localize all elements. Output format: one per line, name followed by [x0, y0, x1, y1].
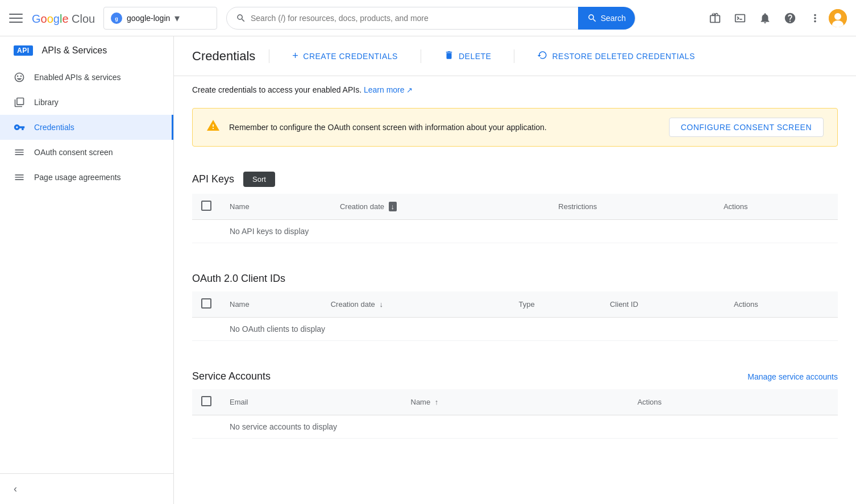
- project-chevron-icon: ▾: [174, 12, 180, 24]
- delete-button[interactable]: DELETE: [435, 45, 500, 66]
- search-button-label: Search: [601, 14, 626, 23]
- api-keys-select-all-checkbox[interactable]: [201, 201, 211, 211]
- topbar: Google Cloud g google-login ▾ Search: [0, 0, 856, 36]
- credentials-icon: [14, 122, 25, 133]
- warning-icon: [206, 119, 220, 136]
- sidebar-footer: ‹: [0, 473, 173, 504]
- sidebar-item-page-usage[interactable]: Page usage agreements: [0, 165, 173, 190]
- svg-text:Google Cloud: Google Cloud: [32, 13, 94, 25]
- create-icon: +: [292, 50, 298, 62]
- project-selector[interactable]: g google-login ▾: [103, 7, 217, 30]
- help-icon-button[interactable]: [779, 7, 801, 30]
- api-keys-col-name[interactable]: Name: [221, 194, 331, 220]
- oauth-creation-date-sort-icon: ↓: [379, 300, 383, 309]
- header-divider-1: [269, 49, 269, 63]
- oauth-clients-title: OAuth 2.0 Client IDs: [192, 273, 285, 285]
- sidebar-item-credentials[interactable]: Credentials: [0, 115, 173, 140]
- sidebar-title: APIs & Services: [42, 45, 107, 56]
- service-accounts-section: Service Accounts Manage service accounts…: [174, 359, 856, 457]
- oauth-col-actions: Actions: [725, 291, 838, 318]
- sidebar-item-enabled-apis[interactable]: Enabled APIs & services: [0, 65, 173, 90]
- api-keys-sort-button[interactable]: Sort: [243, 172, 275, 187]
- sidebar-header: API APIs & Services: [0, 36, 173, 65]
- sa-col-name[interactable]: Name ↑: [402, 389, 629, 415]
- restore-icon: [537, 50, 547, 62]
- service-accounts-table: Email Name ↑ Actions No serv: [192, 389, 838, 439]
- header-divider-3: [514, 49, 514, 63]
- manage-service-accounts-link[interactable]: Manage service accounts: [747, 372, 838, 381]
- avatar[interactable]: [829, 9, 847, 27]
- sa-select-all-checkbox[interactable]: [201, 396, 211, 406]
- svg-text:g: g: [115, 16, 118, 22]
- oauth-col-checkbox: [192, 291, 221, 318]
- sa-name-sort-icon: ↑: [435, 398, 439, 406]
- api-keys-empty-message: No API keys to display: [221, 220, 838, 243]
- hamburger-menu[interactable]: [9, 11, 23, 25]
- sidebar-label-library: Library: [34, 98, 59, 107]
- google-cloud-logo[interactable]: Google Cloud: [32, 10, 94, 26]
- oauth-empty-row: No OAuth clients to display: [192, 318, 838, 341]
- alert-banner: Remember to configure the OAuth consent …: [192, 108, 838, 147]
- api-keys-empty-row: No API keys to display: [192, 220, 838, 243]
- oauth-clients-section: OAuth 2.0 Client IDs Name Creation date …: [174, 261, 856, 359]
- info-text: Create credentials to access your enable…: [192, 81, 361, 103]
- more-options-button[interactable]: [804, 7, 826, 30]
- sidebar-item-oauth[interactable]: OAuth consent screen: [0, 140, 173, 165]
- content-area: Credentials + CREATE CREDENTIALS DELETE …: [174, 36, 856, 504]
- delete-label: DELETE: [459, 52, 491, 61]
- collapse-sidebar-button[interactable]: ‹: [14, 483, 160, 495]
- oauth-clients-table: Name Creation date ↓ Type Client ID: [192, 291, 838, 341]
- sidebar: API APIs & Services Enabled APIs & servi…: [0, 36, 174, 504]
- project-name: google-login: [127, 14, 170, 23]
- sa-col-email[interactable]: Email: [221, 389, 402, 415]
- create-credentials-button[interactable]: + CREATE CREDENTIALS: [283, 45, 407, 66]
- sidebar-label-oauth: OAuth consent screen: [34, 148, 113, 157]
- configure-consent-screen-button[interactable]: CONFIGURE CONSENT SCREEN: [669, 118, 824, 137]
- page-usage-icon: [14, 172, 25, 183]
- api-keys-col-checkbox: [192, 194, 221, 220]
- oauth-empty-message: No OAuth clients to display: [221, 318, 838, 341]
- oauth-clients-header: OAuth 2.0 Client IDs: [192, 261, 838, 291]
- search-input[interactable]: [251, 14, 574, 23]
- sa-empty-message: No service accounts to display: [221, 415, 838, 439]
- header-divider-2: [421, 49, 421, 63]
- search-icon: [236, 13, 246, 23]
- sidebar-label-credentials: Credentials: [34, 123, 74, 132]
- sidebar-item-library[interactable]: Library: [0, 90, 173, 115]
- external-link-icon: ↗: [406, 86, 413, 94]
- api-keys-col-restrictions: Restrictions: [549, 194, 714, 220]
- oauth-col-client-id: Client ID: [601, 291, 725, 318]
- api-badge: API: [14, 45, 33, 56]
- gift-icon-button[interactable]: [704, 7, 726, 30]
- api-keys-title: API Keys: [192, 173, 234, 185]
- sa-col-checkbox: [192, 389, 221, 415]
- library-icon: [14, 97, 25, 108]
- restore-credentials-label: RESTORE DELETED CREDENTIALS: [552, 52, 695, 61]
- api-keys-section: API Keys Sort Name Creation date ↓: [174, 160, 856, 261]
- restore-credentials-button[interactable]: RESTORE DELETED CREDENTIALS: [528, 45, 704, 66]
- sidebar-label-enabled-apis: Enabled APIs & services: [34, 73, 121, 82]
- search-bar: Search: [226, 7, 635, 30]
- api-keys-col-actions: Actions: [714, 194, 838, 220]
- learn-more-link[interactable]: Learn more ↗: [364, 85, 413, 94]
- create-credentials-label: CREATE CREDENTIALS: [303, 52, 398, 61]
- collapse-icon: ‹: [14, 483, 17, 495]
- oauth-col-name[interactable]: Name: [221, 291, 322, 318]
- oauth-col-creation-date[interactable]: Creation date ↓: [322, 291, 510, 318]
- notifications-icon-button[interactable]: [754, 7, 776, 30]
- enabled-apis-icon: [14, 72, 25, 83]
- creation-date-sort-icon: ↓: [389, 202, 397, 211]
- service-accounts-title: Service Accounts: [192, 370, 271, 382]
- api-keys-col-creation-date[interactable]: Creation date ↓: [331, 194, 549, 220]
- sa-empty-row: No service accounts to display: [192, 415, 838, 439]
- oauth-icon: [14, 147, 25, 158]
- api-keys-table-header-row: Name Creation date ↓ Restrictions Action…: [192, 194, 838, 220]
- alert-message: Remember to configure the OAuth consent …: [229, 123, 660, 132]
- oauth-clients-header-row: Name Creation date ↓ Type Client ID: [192, 291, 838, 318]
- api-keys-table: Name Creation date ↓ Restrictions Action…: [192, 194, 838, 243]
- info-section: Create credentials to access your enable…: [174, 76, 856, 94]
- search-button[interactable]: Search: [578, 7, 635, 30]
- terminal-icon-button[interactable]: [729, 7, 751, 30]
- oauth-select-all-checkbox[interactable]: [201, 298, 211, 309]
- main-layout: API APIs & Services Enabled APIs & servi…: [0, 36, 856, 504]
